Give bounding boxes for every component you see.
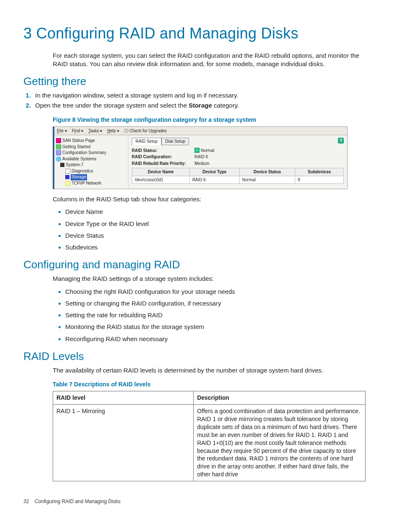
manage-item-4: Monitoring the RAID status for the stora… bbox=[65, 323, 366, 331]
section-configuring-raid: Configuring and managing RAID bbox=[23, 257, 366, 272]
menu-find[interactable]: Find ▾ bbox=[72, 128, 83, 134]
intro-paragraph: For each storage system, you can select … bbox=[53, 51, 366, 69]
globe-icon bbox=[56, 157, 61, 162]
cell-description: Offers a good combination of data protec… bbox=[194, 405, 366, 481]
check-icon: ✓ bbox=[194, 148, 200, 153]
screenshot-menubar: File ▾ Find ▾ Tasks ▾ Help ▾ ⓘ Check for… bbox=[54, 127, 347, 136]
step-2-bold: Storage bbox=[189, 102, 212, 109]
tab-disk-setup[interactable]: Disk Setup bbox=[161, 138, 189, 145]
th-raid-level: RAID level bbox=[53, 391, 194, 405]
manage-item-5: Reconfiguring RAID when necessary bbox=[65, 335, 366, 343]
tree-config-summary[interactable]: Configuration Summary bbox=[56, 150, 126, 156]
managing-list: Choosing the right RAID configuration fo… bbox=[53, 288, 366, 343]
page-number: 32 bbox=[23, 499, 29, 504]
th-description: Description bbox=[194, 391, 366, 405]
label-raid-status: RAID Status: bbox=[132, 148, 194, 154]
help-icon[interactable]: ? bbox=[338, 138, 344, 144]
label-raid-config: RAID Configuration: bbox=[132, 154, 194, 160]
raid-levels-lead: The availability of certain RAID levels … bbox=[53, 366, 366, 375]
step-2-text-a: Open the tree under the storage system a… bbox=[35, 102, 189, 109]
section-getting-there: Getting there bbox=[23, 74, 366, 89]
tab-raid-setup[interactable]: RAID Setup bbox=[132, 138, 161, 145]
steps-list: In the navigation window, select a stora… bbox=[23, 91, 366, 110]
cell-raid-level: RAID 1 – Mirroring bbox=[53, 405, 194, 481]
nav-tree: SAN Status Page Getting Started Configur… bbox=[54, 135, 128, 189]
tree-getting-started[interactable]: Getting Started bbox=[56, 144, 126, 150]
value-raid-status: Normal bbox=[201, 148, 214, 154]
col-subdevices[interactable]: Subdevices bbox=[295, 168, 343, 176]
page-footer: 32 Configuring RAID and Managing Disks bbox=[23, 498, 366, 505]
col-device-name[interactable]: Device Name bbox=[132, 168, 190, 176]
managing-lead: Managing the RAID settings of a storage … bbox=[53, 275, 366, 283]
tree-diagnostics[interactable]: Diagnostics bbox=[56, 168, 126, 175]
cell-device-status: Normal bbox=[240, 176, 295, 184]
footer-title: Configuring RAID and Managing Disks bbox=[35, 499, 120, 504]
step-2-text-c: category. bbox=[212, 102, 239, 109]
table-7-caption: Table 7 Descriptions of RAID levels bbox=[53, 380, 366, 388]
label-raid-rebuild: RAID Rebuild Rate Priority: bbox=[132, 161, 194, 167]
storage-icon bbox=[65, 175, 69, 179]
col-device-type[interactable]: Device Type bbox=[189, 168, 239, 176]
col-item-type: Device Type or the RAID level bbox=[65, 220, 366, 228]
step-2: Open the tree under the storage system a… bbox=[33, 101, 366, 110]
device-grid: Device Name Device Type Device Status Su… bbox=[132, 168, 344, 184]
screenshot-figure-8: File ▾ Find ▾ Tasks ▾ Help ▾ ⓘ Check for… bbox=[53, 126, 348, 190]
col-device-status[interactable]: Device Status bbox=[240, 168, 295, 176]
summary-icon bbox=[56, 150, 61, 155]
table-row-raid1: RAID 1 – Mirroring Offers a good combina… bbox=[53, 405, 366, 481]
section-raid-levels: RAID Levels bbox=[23, 349, 366, 364]
col-item-status: Device Status bbox=[65, 231, 366, 240]
row-raid-rebuild: RAID Rebuild Rate Priority: Medium bbox=[132, 161, 344, 167]
network-icon bbox=[65, 181, 70, 186]
screenshot-main-panel: ? RAID Setup Disk Setup RAID Status: ✓ N… bbox=[128, 135, 347, 189]
home-icon bbox=[56, 138, 61, 143]
grid-row[interactable]: /dev/cciss/c0d1 RAID 6 Normal 8 bbox=[132, 176, 344, 184]
step-1: In the navigation window, select a stora… bbox=[33, 91, 366, 100]
columns-intro: Columns in the RAID Setup tab show four … bbox=[53, 195, 366, 203]
manage-item-3: Setting the rate for rebuilding RAID bbox=[65, 311, 366, 319]
table-header-row: RAID level Description bbox=[53, 391, 366, 405]
tree-system-7[interactable]: System-7 bbox=[56, 162, 126, 168]
grid-header-row: Device Name Device Type Device Status Su… bbox=[132, 168, 344, 176]
tree-available-systems[interactable]: Available Systems bbox=[56, 156, 126, 162]
tree-storage[interactable]: Storage bbox=[56, 174, 126, 180]
col-item-sub: Subdevices bbox=[65, 243, 366, 252]
manage-item-2: Setting or changing the RAID configurati… bbox=[65, 299, 366, 308]
col-item-name: Device Name bbox=[65, 208, 366, 216]
row-raid-status: RAID Status: ✓ Normal bbox=[132, 148, 344, 154]
cell-device-name: /dev/cciss/c0d1 bbox=[132, 176, 190, 184]
table-raid-levels: RAID level Description RAID 1 – Mirrorin… bbox=[53, 391, 366, 481]
manage-item-1: Choosing the right RAID configuration fo… bbox=[65, 288, 366, 296]
chapter-title: 3 Configuring RAID and Managing Disks bbox=[23, 23, 366, 44]
tree-network[interactable]: TCP/IP Network bbox=[56, 180, 126, 187]
menu-file[interactable]: File ▾ bbox=[57, 128, 67, 134]
figure-8-caption: Figure 8 Viewing the storage configurati… bbox=[53, 116, 366, 124]
menu-help[interactable]: Help ▾ bbox=[107, 128, 119, 134]
columns-list: Device Name Device Type or the RAID leve… bbox=[53, 208, 366, 252]
cell-subdevices: 8 bbox=[295, 176, 343, 184]
menu-check-upgrades[interactable]: ⓘ Check for Upgrades bbox=[124, 128, 167, 134]
value-raid-config: RAID 6 bbox=[194, 154, 208, 160]
row-raid-config: RAID Configuration: RAID 6 bbox=[132, 154, 344, 160]
cell-device-type: RAID 6 bbox=[189, 176, 239, 184]
tree-san-status[interactable]: SAN Status Page bbox=[56, 138, 126, 144]
doc-icon bbox=[56, 144, 61, 149]
menu-tasks[interactable]: Tasks ▾ bbox=[88, 128, 102, 134]
tab-bar: RAID Setup Disk Setup bbox=[132, 138, 338, 145]
diagnostics-icon bbox=[65, 169, 70, 174]
server-icon bbox=[60, 163, 64, 167]
value-raid-rebuild: Medium bbox=[194, 161, 210, 167]
